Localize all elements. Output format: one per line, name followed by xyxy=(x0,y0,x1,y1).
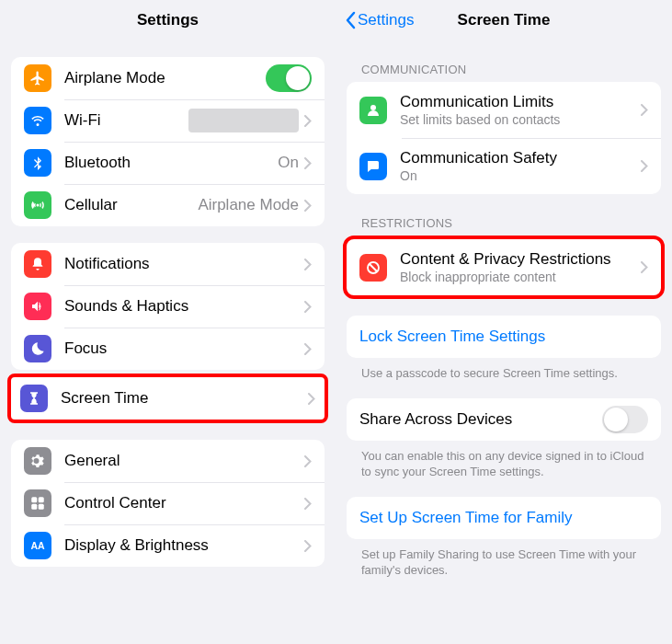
notifications-label: Notifications xyxy=(64,255,304,273)
share-switch[interactable] xyxy=(602,406,648,433)
row-lock-settings[interactable]: Lock Screen Time Settings xyxy=(347,316,661,358)
sounds-label: Sounds & Haptics xyxy=(64,297,304,316)
airplane-icon xyxy=(24,64,51,92)
row-comm-safety[interactable]: Communication Safety On xyxy=(347,138,661,194)
chevron-icon xyxy=(304,540,312,552)
lock-link: Lock Screen Time Settings xyxy=(359,328,648,346)
family-section: Set Up Screen Time for Family xyxy=(347,497,661,539)
row-content-privacy[interactable]: Content & Privacy Restrictions Block ina… xyxy=(347,239,661,295)
row-share-devices[interactable]: Share Across Devices xyxy=(347,398,661,441)
airplane-label: Airplane Mode xyxy=(64,69,266,87)
screentime-label: Screen Time xyxy=(61,389,308,408)
svg-rect-0 xyxy=(31,497,37,502)
svg-text:AA: AA xyxy=(30,540,45,551)
row-notifications[interactable]: Notifications xyxy=(11,243,325,285)
general-label: General xyxy=(64,452,304,470)
restrictions-header: RESTRICTIONS xyxy=(361,216,646,230)
cellular-label: Cellular xyxy=(64,196,198,214)
lock-section: Lock Screen Time Settings xyxy=(347,316,661,358)
notifications-icon xyxy=(24,250,51,278)
restrictions-sub: Block inappropriate content xyxy=(400,270,641,284)
chevron-icon xyxy=(304,115,312,127)
row-display[interactable]: AA Display & Brightness xyxy=(11,524,325,567)
chevron-icon xyxy=(304,200,312,212)
chevron-icon xyxy=(304,343,312,355)
wifi-label: Wi-Fi xyxy=(64,111,188,130)
chevron-icon xyxy=(304,455,312,467)
row-bluetooth[interactable]: Bluetooth On xyxy=(11,142,325,184)
family-footer: Set up Family Sharing to use Screen Time… xyxy=(361,546,646,579)
family-link: Set Up Screen Time for Family xyxy=(359,509,648,527)
screen-time-highlight: Screen Time xyxy=(7,374,328,423)
comm-limits-sub: Set limits based on contacts xyxy=(400,112,641,127)
chevron-icon xyxy=(304,301,312,313)
row-sounds[interactable]: Sounds & Haptics xyxy=(11,285,325,328)
svg-rect-2 xyxy=(31,504,37,510)
svg-line-7 xyxy=(370,263,378,271)
controlcenter-icon xyxy=(24,489,51,517)
bluetooth-icon xyxy=(24,149,51,177)
back-button[interactable]: Settings xyxy=(345,11,414,29)
row-airplane-mode[interactable]: Airplane Mode xyxy=(11,57,325,99)
wifi-icon xyxy=(24,107,51,134)
chevron-icon xyxy=(641,104,648,116)
screentime-icon xyxy=(20,385,48,412)
chevron-icon xyxy=(304,157,312,169)
row-comm-limits[interactable]: Communication Limits Set limits based on… xyxy=(347,82,661,138)
chevron-icon xyxy=(641,160,648,172)
screentime-navbar: Settings Screen Time xyxy=(336,0,672,40)
restrictions-label: Content & Privacy Restrictions xyxy=(400,250,641,269)
row-screen-time[interactable]: Screen Time xyxy=(11,377,325,420)
controlcenter-label: Control Center xyxy=(64,494,304,512)
comm-safety-sub: On xyxy=(400,168,641,183)
focus-icon xyxy=(24,335,51,362)
chevron-icon xyxy=(308,393,315,405)
row-cellular[interactable]: Cellular Airplane Mode xyxy=(11,184,325,226)
row-family[interactable]: Set Up Screen Time for Family xyxy=(347,497,661,539)
bluetooth-value: On xyxy=(278,154,299,172)
display-icon: AA xyxy=(24,532,51,559)
row-wifi[interactable]: Wi-Fi xyxy=(11,99,325,142)
back-label: Settings xyxy=(358,11,414,29)
svg-rect-3 xyxy=(39,504,44,510)
cellular-value: Airplane Mode xyxy=(198,196,299,214)
comm-safety-icon xyxy=(359,153,387,180)
communication-header: COMMUNICATION xyxy=(361,63,646,76)
wifi-value-redacted xyxy=(188,109,299,132)
lock-footer: Use a passcode to secure Screen Time set… xyxy=(361,365,646,382)
screentime-title: Screen Time xyxy=(458,11,551,29)
comm-limits-icon xyxy=(359,97,387,124)
focus-label: Focus xyxy=(64,339,304,358)
settings-group-network: Airplane Mode Wi-Fi Bluetooth On Cellula… xyxy=(11,57,325,226)
comm-limits-label: Communication Limits xyxy=(400,93,641,111)
communication-section: Communication Limits Set limits based on… xyxy=(347,82,661,194)
chevron-icon xyxy=(304,498,312,510)
restrictions-section: Content & Privacy Restrictions Block ina… xyxy=(343,236,665,299)
settings-title: Settings xyxy=(137,11,199,29)
chevron-icon xyxy=(641,261,648,273)
comm-safety-label: Communication Safety xyxy=(400,149,641,167)
screentime-detail-pane: Settings Screen Time COMMUNICATION Commu… xyxy=(336,0,672,644)
settings-group-general: General Control Center AA Display & Brig… xyxy=(11,440,325,567)
cellular-icon xyxy=(24,191,51,219)
share-footer: You can enable this on any device signed… xyxy=(361,448,646,480)
settings-navbar: Settings xyxy=(0,0,336,40)
share-label: Share Across Devices xyxy=(359,410,602,429)
sounds-icon xyxy=(24,293,51,320)
display-label: Display & Brightness xyxy=(64,536,304,555)
restrictions-icon xyxy=(359,254,387,282)
row-control-center[interactable]: Control Center xyxy=(11,482,325,524)
settings-group-notifications: Notifications Sounds & Haptics Focus xyxy=(11,243,325,370)
share-section: Share Across Devices xyxy=(347,398,661,441)
chevron-icon xyxy=(304,259,312,270)
bluetooth-label: Bluetooth xyxy=(64,154,278,172)
row-general[interactable]: General xyxy=(11,440,325,482)
svg-point-5 xyxy=(370,105,376,110)
general-icon xyxy=(24,447,51,475)
settings-master-pane: Settings Airplane Mode Wi-Fi Bluetooth O… xyxy=(0,0,336,644)
row-focus[interactable]: Focus xyxy=(11,328,325,370)
airplane-switch[interactable] xyxy=(266,64,312,92)
svg-rect-1 xyxy=(39,497,44,502)
